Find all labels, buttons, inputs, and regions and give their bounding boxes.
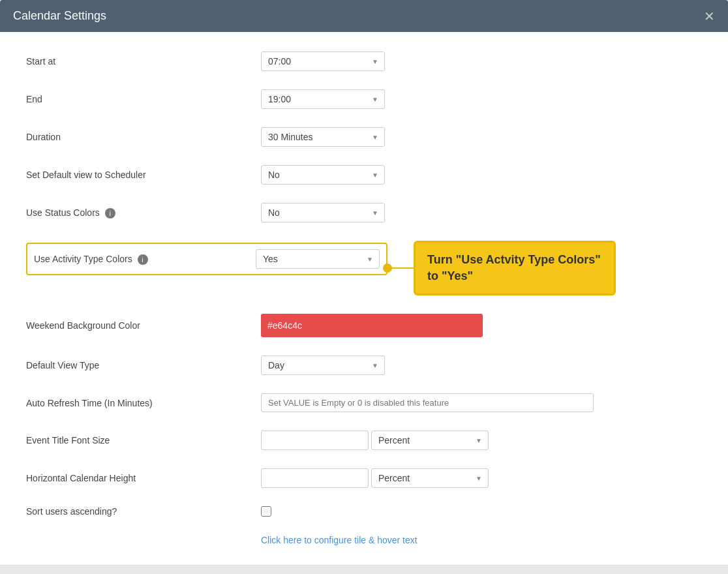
color-hex-value: #e64c4c — [267, 320, 302, 331]
use-status-colors-row: Use Status Colors i No Yes — [26, 203, 702, 222]
use-activity-type-colors-label: Use Activity Type Colors i — [34, 254, 256, 265]
default-view-scheduler-control: No Yes — [261, 165, 385, 185]
use-activity-type-colors-control: No Yes — [256, 249, 380, 269]
end-row: End 17:00 18:00 19:00 20:00 — [26, 89, 702, 109]
sort-users-ascending-control — [261, 506, 271, 517]
end-control: 17:00 18:00 19:00 20:00 — [261, 89, 385, 109]
sort-users-ascending-checkbox[interactable] — [261, 506, 271, 517]
use-activity-type-colors-select-wrapper: No Yes — [256, 249, 380, 269]
sort-users-ascending-row: Sort users ascending? — [26, 506, 702, 517]
use-activity-type-colors-row: Use Activity Type Colors i No Yes — [26, 243, 387, 275]
horizontal-calendar-height-input[interactable] — [261, 468, 369, 488]
use-activity-type-colors-select[interactable]: No Yes — [256, 249, 380, 269]
auto-refresh-time-control — [261, 393, 594, 412]
use-status-colors-select[interactable]: No Yes — [261, 203, 385, 222]
svg-point-1 — [383, 264, 392, 273]
duration-select[interactable]: 15 Minutes 30 Minutes 60 Minutes — [261, 127, 385, 147]
duration-row: Duration 15 Minutes 30 Minutes 60 Minute… — [26, 127, 702, 147]
callout-box: Turn "Use Actvity Type Colors" to "Yes" — [414, 241, 616, 295]
event-title-font-size-row: Event Title Font Size Percent Pixel Em — [26, 430, 702, 450]
duration-control: 15 Minutes 30 Minutes 60 Minutes — [261, 127, 385, 147]
configure-link-container: Click here to configure tile & hover tex… — [26, 535, 702, 545]
event-title-font-size-control: Percent Pixel Em — [261, 430, 489, 450]
start-at-label: Start at — [26, 56, 261, 67]
start-at-row: Start at 06:00 07:00 08:00 09:00 — [26, 52, 702, 71]
dialog-body: Start at 06:00 07:00 08:00 09:00 End — [0, 32, 728, 565]
horizontal-calendar-height-unit-select[interactable]: Percent Pixel Em — [371, 468, 489, 488]
use-activity-type-colors-info-icon[interactable]: i — [138, 254, 148, 265]
use-activity-type-colors-section: Use Activity Type Colors i No Yes — [26, 241, 702, 295]
callout-text: Turn "Use Actvity Type Colors" to "Yes" — [427, 253, 601, 282]
weekend-background-color-swatch[interactable]: #e64c4c — [261, 314, 483, 337]
start-at-select-wrapper: 06:00 07:00 08:00 09:00 — [261, 52, 385, 71]
event-title-font-size-unit-select-wrapper: Percent Pixel Em — [371, 430, 489, 450]
dialog-title: Calendar Settings — [13, 9, 106, 23]
default-view-type-select[interactable]: Day Week Month — [261, 355, 385, 375]
start-at-control: 06:00 07:00 08:00 09:00 — [261, 52, 385, 71]
default-view-type-select-wrapper: Day Week Month — [261, 355, 385, 375]
default-view-type-row: Default View Type Day Week Month — [26, 355, 702, 375]
duration-label: Duration — [26, 132, 261, 142]
event-title-font-size-label: Event Title Font Size — [26, 435, 261, 446]
auto-refresh-time-row: Auto Refresh Time (In Minutes) — [26, 393, 702, 412]
close-button[interactable]: ✕ — [704, 10, 715, 23]
use-status-colors-info-icon[interactable]: i — [105, 208, 115, 219]
default-view-scheduler-select-wrapper: No Yes — [261, 165, 385, 185]
horizontal-calendar-height-unit-select-wrapper: Percent Pixel Em — [371, 468, 489, 488]
weekend-background-color-control: #e64c4c — [261, 314, 483, 337]
default-view-scheduler-row: Set Default view to Scheduler No Yes — [26, 165, 702, 185]
weekend-background-color-row: Weekend Background Color #e64c4c — [26, 314, 702, 337]
use-status-colors-select-wrapper: No Yes — [261, 203, 385, 222]
callout-container: Turn "Use Actvity Type Colors" to "Yes" — [414, 241, 616, 295]
dialog-header: Calendar Settings ✕ — [0, 0, 728, 32]
event-title-font-size-input[interactable] — [261, 430, 369, 450]
sort-users-ascending-label: Sort users ascending? — [26, 506, 261, 517]
dialog-footer: Save Cancel — [0, 565, 728, 574]
end-select[interactable]: 17:00 18:00 19:00 20:00 — [261, 89, 385, 109]
horizontal-calendar-height-control: Percent Pixel Em — [261, 468, 489, 488]
use-status-colors-label: Use Status Colors i — [26, 207, 261, 219]
duration-select-wrapper: 15 Minutes 30 Minutes 60 Minutes — [261, 127, 385, 147]
default-view-scheduler-select[interactable]: No Yes — [261, 165, 385, 185]
end-label: End — [26, 94, 261, 104]
auto-refresh-time-input[interactable] — [261, 393, 594, 412]
end-select-wrapper: 17:00 18:00 19:00 20:00 — [261, 89, 385, 109]
default-view-type-control: Day Week Month — [261, 355, 385, 375]
default-view-type-label: Default View Type — [26, 360, 261, 370]
auto-refresh-time-label: Auto Refresh Time (In Minutes) — [26, 398, 261, 408]
use-status-colors-control: No Yes — [261, 203, 385, 222]
start-at-select[interactable]: 06:00 07:00 08:00 09:00 — [261, 52, 385, 71]
horizontal-calendar-height-row: Horizontal Calendar Height Percent Pixel… — [26, 468, 702, 488]
calendar-settings-dialog: Calendar Settings ✕ Start at 06:00 07:00… — [0, 0, 728, 574]
weekend-background-color-label: Weekend Background Color — [26, 320, 261, 331]
default-view-scheduler-label: Set Default view to Scheduler — [26, 170, 261, 180]
event-title-font-size-unit-select[interactable]: Percent Pixel Em — [371, 430, 489, 450]
horizontal-calendar-height-label: Horizontal Calendar Height — [26, 473, 261, 483]
configure-tile-hover-text-link[interactable]: Click here to configure tile & hover tex… — [261, 535, 417, 545]
